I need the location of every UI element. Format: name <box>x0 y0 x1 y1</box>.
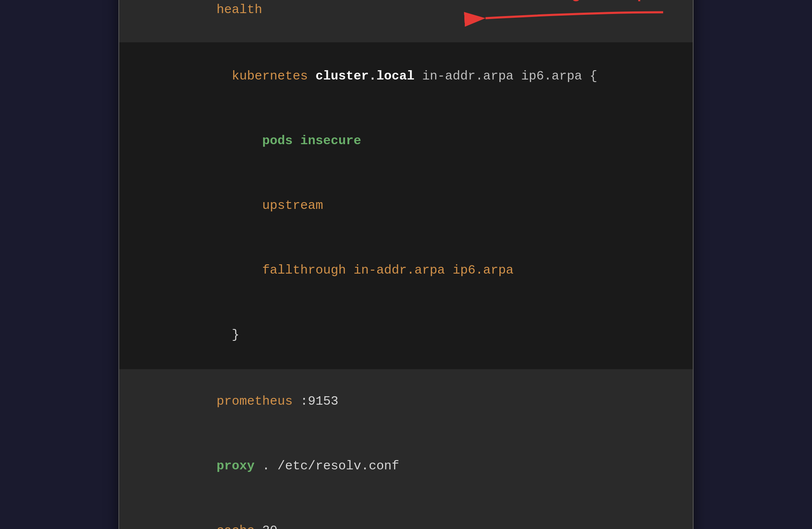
line-cache: cache 30 <box>140 499 672 529</box>
kubernetes-block: kubernetes cluster.local in-addr.arpa ip… <box>119 42 693 369</box>
pods-keyword: pods insecure <box>201 134 361 148</box>
line-kubernetes: kubernetes cluster.local in-addr.arpa ip… <box>140 44 672 109</box>
fallthrough-keyword: fallthrough in-addr.arpa ip6.arpa <box>201 263 513 277</box>
arrow-pods <box>464 0 667 33</box>
code-area: Root name .:53 { errors health <box>119 0 693 529</box>
line-upstream: upstream <box>140 173 672 238</box>
upstream-keyword: upstream <box>201 198 323 213</box>
proxy-value: . /etc/resolv.conf <box>255 459 399 473</box>
inner-close-brace: } <box>201 328 239 342</box>
line-inner-close: } <box>140 303 672 367</box>
kubernetes-keyword: kubernetes <box>201 69 315 83</box>
cluster-local: cluster.local <box>315 69 414 83</box>
line-fallthrough: fallthrough in-addr.arpa ip6.arpa <box>140 238 672 303</box>
health-keyword: health <box>186 3 262 17</box>
prometheus-keyword: prometheus <box>186 394 293 408</box>
terminal-container: cat /etc/coredns/Corefile Root name .:53… <box>118 0 694 529</box>
cache-value: 30 <box>255 524 277 529</box>
line-proxy: proxy . /etc/resolv.conf <box>140 434 672 499</box>
line-pods: pods insecure <box>140 109 672 173</box>
kube-suffix: in-addr.arpa ip6.arpa { <box>414 69 597 83</box>
prometheus-value: :9153 <box>293 394 338 408</box>
cache-keyword: cache <box>186 524 255 529</box>
annotation-pods-label: For enabling dns for pods <box>494 0 672 2</box>
proxy-keyword: proxy <box>186 459 255 473</box>
line-prometheus: prometheus :9153 <box>140 369 672 434</box>
